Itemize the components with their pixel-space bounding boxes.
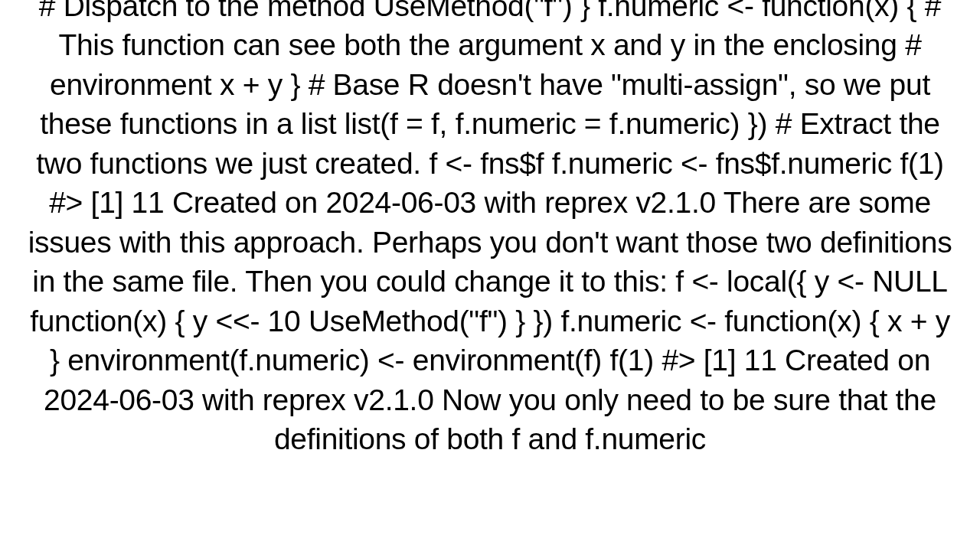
document-content: # Dispatch to the method UseMethod("f") … <box>0 0 980 459</box>
document-text: # Dispatch to the method UseMethod("f") … <box>28 0 952 455</box>
